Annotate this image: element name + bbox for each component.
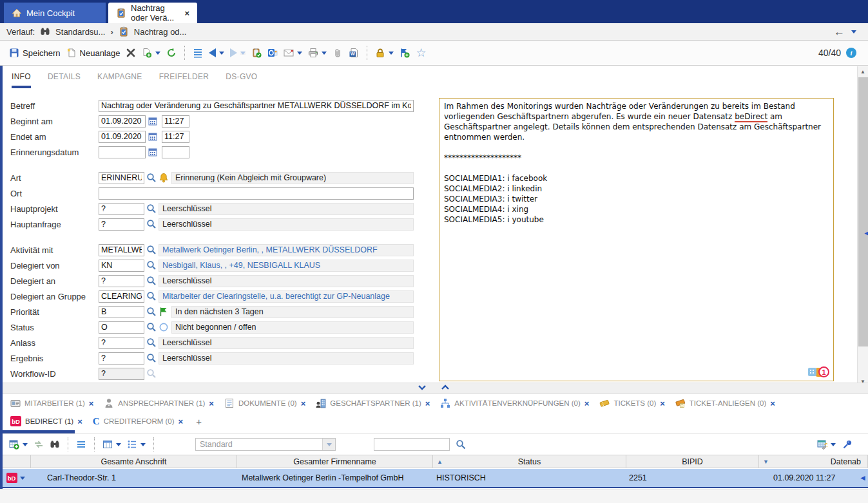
outlook-sync-button[interactable] — [267, 48, 278, 58]
delete-icon[interactable] — [126, 48, 136, 58]
tab-dsgvo[interactable]: DS-GVO — [226, 72, 257, 88]
row-collapse-icon[interactable]: ◄ — [859, 473, 867, 482]
column-settings-button[interactable] — [102, 439, 121, 450]
tab-tickets[interactable]: TICKETS (0) × — [595, 398, 668, 408]
header-status[interactable]: ▲Status — [433, 455, 626, 468]
list-view-icon[interactable] — [76, 439, 86, 450]
refresh-icon[interactable] — [166, 48, 177, 58]
tab-creditreform[interactable]: C CREDITREFORM (0) × — [89, 416, 187, 427]
table-settings-button[interactable] — [817, 439, 836, 450]
send-email-button[interactable] — [284, 48, 302, 58]
history-back-icon[interactable]: ← — [834, 26, 845, 37]
add-tab-button[interactable]: + — [189, 416, 208, 427]
lookup-search-icon[interactable] — [146, 307, 157, 317]
prioritaet-key-input[interactable] — [99, 306, 144, 318]
erinnerungsdatum-date-input[interactable] — [99, 146, 146, 158]
lookup-search-icon[interactable] — [146, 260, 157, 270]
tab-details[interactable]: DETAILS — [48, 72, 81, 88]
lookup-search-icon[interactable] — [146, 291, 157, 301]
close-tab-icon[interactable]: × — [425, 399, 430, 408]
delegiert-an-gruppe-value[interactable]: Mitarbeiter der Clearingstelle, u.a. ber… — [159, 290, 414, 303]
filter-dropdown-button[interactable] — [322, 439, 335, 450]
header-icon-column[interactable] — [0, 455, 31, 468]
hauptanfrage-key-input[interactable] — [99, 218, 144, 231]
table-settings-dropdown-icon[interactable] — [831, 443, 836, 446]
list-view-icon[interactable] — [193, 48, 203, 58]
sort-desc-icon[interactable]: ▼ — [763, 459, 769, 465]
tab-ticket-anliegen[interactable]: TICKET-ANLIEGEN (0) × — [671, 398, 779, 408]
betreff-input[interactable] — [99, 100, 414, 112]
scrollbar-thumb[interactable] — [858, 77, 868, 346]
tab-bedirect[interactable]: bD BEDIRECT (1) × — [6, 416, 86, 426]
search-binoculars-icon[interactable] — [50, 439, 60, 450]
lookup-search-icon[interactable] — [146, 276, 157, 286]
header-gesamter-firmenname[interactable]: Gesamter Firmenname — [237, 455, 433, 468]
ort-input[interactable] — [99, 187, 414, 200]
vertical-scrollbar[interactable]: ▲ ▼ — [857, 66, 868, 386]
art-key-input[interactable] — [99, 172, 144, 184]
aktivitaet-mit-value[interactable]: Metallwerk Oetinger Berlin, , METALLWERK… — [159, 244, 414, 256]
lookup-search-icon[interactable] — [146, 353, 157, 363]
previous-record-button[interactable] — [209, 48, 224, 57]
close-tab-icon[interactable]: × — [77, 417, 82, 426]
lookup-search-icon[interactable] — [146, 204, 157, 214]
lookup-search-icon[interactable] — [146, 173, 157, 183]
complete-task-button[interactable] — [251, 48, 262, 58]
columns-dropdown-icon[interactable] — [116, 443, 121, 446]
close-tab-icon[interactable]: × — [89, 399, 94, 408]
lookup-search-icon[interactable] — [146, 219, 157, 229]
add-flag-button[interactable] — [400, 48, 410, 58]
new-linked-dropdown-icon[interactable] — [23, 443, 28, 446]
table-row[interactable]: bD Carl-Theodor-Str. 1 Metallwerk Oeting… — [0, 469, 868, 488]
delegiert-an-key-input[interactable] — [99, 275, 144, 287]
app-tab-activity[interactable]: Nachtrag oder Verä... × — [108, 3, 197, 23]
notes-attachment-badge[interactable]: 1 — [808, 366, 829, 377]
email-dropdown-icon[interactable] — [297, 52, 302, 55]
tab-ansprechpartner[interactable]: ANSPRECHPARTNER (1) × — [100, 398, 218, 408]
sort-asc-icon[interactable]: ▲ — [437, 459, 443, 465]
tab-geschaeftspartner[interactable]: GESCHÄFTSPARTNER (1) × — [312, 398, 434, 408]
view-filter-select[interactable]: Standard — [195, 438, 336, 451]
print-button[interactable] — [308, 48, 327, 58]
quick-search-input[interactable] — [374, 438, 450, 451]
collapse-panel-icon[interactable]: ◄ — [863, 229, 868, 238]
aktivitaet-mit-key-input[interactable] — [99, 244, 144, 256]
header-datenab[interactable]: ▼Datenab — [759, 455, 868, 468]
tab-info[interactable]: INFO — [12, 72, 31, 88]
close-tab-icon[interactable]: × — [584, 399, 590, 408]
close-tab-icon[interactable]: × — [770, 399, 775, 408]
tab-mitarbeiter[interactable]: MITARBEITER (1) × — [6, 398, 97, 408]
next-record-button[interactable] — [230, 48, 246, 57]
anlass-key-input[interactable] — [99, 337, 144, 349]
beginnt-am-date-input[interactable] — [99, 115, 146, 128]
permissions-dropdown-icon[interactable] — [389, 52, 394, 55]
delegiert-von-key-input[interactable] — [99, 260, 144, 272]
word-export-button[interactable]: W — [349, 48, 359, 58]
copy-record-button[interactable] — [142, 48, 160, 58]
close-tab-icon[interactable]: × — [184, 8, 189, 18]
permissions-button[interactable] — [375, 48, 394, 58]
app-tab-cockpit[interactable]: Mein Cockpit — [4, 3, 106, 23]
grouping-dropdown-icon[interactable] — [140, 443, 146, 446]
calendar-icon[interactable] — [148, 131, 158, 142]
delegiert-an-gruppe-key-input[interactable] — [99, 290, 144, 303]
tab-aktivitaetenverknuepfungen[interactable]: AKTIVITÄTENVERKNÜPFUNGEN (0) × — [436, 398, 593, 408]
print-dropdown-icon[interactable] — [322, 52, 327, 55]
run-search-icon[interactable] — [456, 439, 466, 450]
status-key-input[interactable] — [99, 321, 144, 334]
header-bipid[interactable]: BIPID — [626, 455, 759, 468]
close-tab-icon[interactable]: × — [301, 399, 306, 408]
pin-icon[interactable] — [842, 439, 853, 450]
grouping-button[interactable] — [127, 439, 146, 450]
delegiert-von-value[interactable]: Nesbigall, Klaus, , +49, NESBIGALL KLAUS — [159, 260, 414, 272]
close-tab-icon[interactable]: × — [178, 417, 184, 426]
endet-am-date-input[interactable] — [99, 131, 146, 143]
ergebnis-key-input[interactable] — [99, 352, 144, 365]
tab-kampagne[interactable]: KAMPAGNE — [97, 72, 142, 88]
scroll-up-icon[interactable]: ▲ — [858, 66, 868, 77]
lookup-search-icon[interactable] — [146, 322, 157, 332]
tab-dokumente[interactable]: DOKUMENTE (0) × — [220, 398, 309, 408]
favorite-star-icon[interactable]: ☆ — [416, 47, 426, 59]
notes-textarea[interactable]: Im Rahmen des Monitorings wurden Nachträ… — [439, 98, 834, 381]
header-gesamte-anschrift[interactable]: Gesamte Anschrift — [31, 455, 237, 468]
